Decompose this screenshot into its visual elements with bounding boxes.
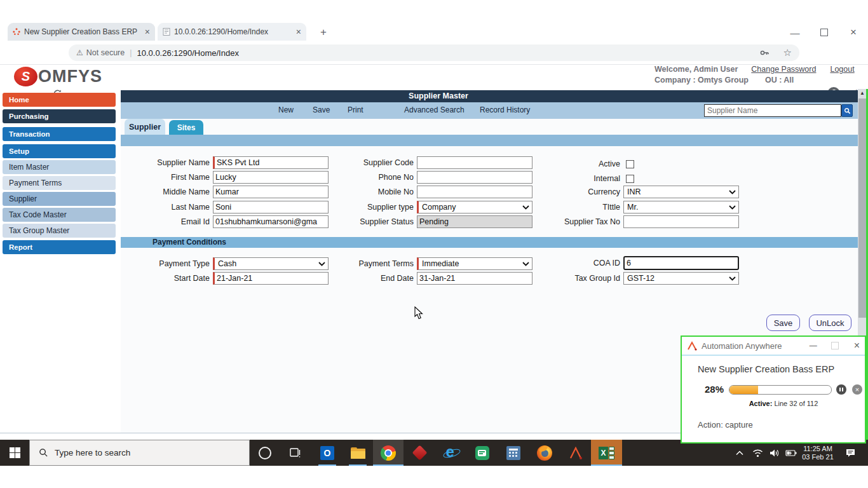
task-view-button[interactable] (280, 440, 311, 466)
scrollbar-thumb[interactable] (858, 98, 866, 318)
internal-checkbox[interactable] (626, 175, 634, 183)
task-view-icon (290, 448, 301, 458)
browser-tab-1[interactable]: New Supplier Creation Bass ERP × (8, 23, 155, 41)
tab2-title: 10.0.0.26:1290/Home/Index (174, 27, 292, 36)
sidebar-item-tax-code-master[interactable]: Tax Code Master (3, 208, 116, 222)
payment-type-select[interactable]: Cash (213, 257, 329, 270)
taskbar-internet-explorer[interactable]: e (435, 440, 466, 466)
new-tab-button[interactable]: + (316, 25, 330, 39)
field-label: Supplier Tax No (477, 215, 623, 228)
cortana-button[interactable] (250, 440, 280, 466)
tray-show-hidden-icons[interactable] (731, 440, 749, 466)
automation-anywhere-a-icon (569, 447, 583, 459)
sidebar-item-setup[interactable]: Setup (3, 144, 116, 158)
field-label: Start Date (121, 272, 213, 285)
tab1-close-icon[interactable]: × (145, 27, 150, 37)
window-minimize-button[interactable]: — (785, 25, 804, 39)
unlock-button[interactable]: UnLock (809, 315, 851, 331)
toolbar-advanced-search[interactable]: Advanced Search (404, 105, 465, 114)
popup-close-button[interactable]: × (854, 340, 860, 351)
start-button[interactable] (0, 440, 29, 466)
toolbar-record-history[interactable]: Record History (480, 105, 530, 114)
stop-button[interactable]: × (852, 384, 862, 395)
chevron-up-icon (736, 451, 743, 456)
change-password-link[interactable]: Change Password (751, 65, 816, 74)
bookmark-star-icon[interactable]: ☆ (783, 47, 792, 58)
sidebar-item-tax-group-master[interactable]: Tax Group Master (3, 224, 116, 238)
tab2-close-icon[interactable]: × (296, 27, 301, 37)
popup-title: Automation Anywhere (702, 341, 810, 351)
first-name-input[interactable] (213, 171, 329, 184)
search-button[interactable] (841, 104, 853, 117)
taskbar-excel-active[interactable]: X (591, 440, 622, 466)
email-id-input[interactable] (213, 215, 329, 228)
tray-clock[interactable]: 11:25 AM 03 Feb 21 (799, 440, 836, 466)
tax-group-id-select[interactable]: GST-12 (623, 272, 739, 285)
speaker-icon (770, 449, 780, 458)
tab-sites[interactable]: Sites (169, 120, 203, 135)
currency-select[interactable]: INR (623, 186, 739, 198)
taskbar-calculator[interactable] (498, 440, 529, 466)
coa-id-input-focused[interactable] (623, 256, 739, 270)
supplier-name-input[interactable] (213, 156, 329, 169)
taskbar-chrome-active[interactable] (373, 440, 403, 466)
tray-battery[interactable] (783, 440, 799, 466)
taskbar-chat-app[interactable] (466, 440, 498, 466)
pause-button[interactable] (836, 384, 846, 395)
title-select[interactable]: Mr. (623, 201, 739, 214)
cortana-circle-icon (259, 447, 271, 459)
security-label[interactable]: Not secure (86, 48, 125, 57)
sidebar-item-payment-terms[interactable]: Payment Terms (3, 176, 116, 190)
toolbar-print[interactable]: Print (348, 105, 363, 114)
screen: New Supplier Creation Bass ERP × 10.0.0.… (0, 0, 868, 488)
window-close-button[interactable]: × (844, 25, 863, 39)
taskbar-search-box[interactable]: Type here to search (29, 440, 250, 466)
scrollbar-up-icon[interactable]: ▲ (858, 89, 867, 98)
tray-time: 11:25 AM (803, 445, 832, 453)
welcome-text: Welcome, Admin User (654, 65, 738, 74)
sidebar-item-transaction[interactable]: Transaction (3, 127, 116, 141)
start-date-input[interactable] (213, 272, 329, 285)
supplier-tax-no-input[interactable] (623, 215, 739, 228)
taskbar-search-icon (39, 448, 48, 458)
last-name-input[interactable] (213, 201, 329, 214)
browser-bottom-border (0, 433, 682, 433)
sidebar-item-purchasing[interactable]: Purchasing (3, 109, 116, 123)
taskbar-firefox[interactable] (529, 440, 560, 466)
toolbar-new[interactable]: New (278, 105, 294, 114)
omnibox-divider: | (130, 48, 132, 57)
sidebar-item-item-master[interactable]: Item Master (3, 160, 116, 174)
tray-wifi[interactable] (749, 440, 766, 466)
save-button[interactable]: Save (766, 315, 800, 331)
url-text[interactable]: 10.0.0.26:1290/Home/Index (137, 48, 238, 58)
window-restore-button[interactable] (815, 25, 834, 39)
password-key-icon[interactable] (759, 48, 770, 58)
taskbar-automation-anywhere[interactable] (560, 440, 591, 466)
logout-link[interactable]: Logout (830, 65, 854, 74)
taskbar-search-placeholder: Type here to search (55, 448, 130, 458)
sidebar-item-supplier[interactable]: Supplier (3, 192, 116, 206)
sidebar-item-report[interactable]: Report (3, 240, 116, 254)
popup-progress-row: 28% × (682, 384, 867, 395)
middle-name-input[interactable] (213, 186, 329, 198)
field-label: Supplier type (330, 201, 417, 214)
active-checkbox[interactable] (626, 160, 634, 168)
sidebar-item-home[interactable]: Home (3, 93, 116, 107)
tray-volume[interactable] (766, 440, 783, 466)
field-label: Supplier Name (121, 156, 213, 169)
field-label: TIttle (477, 201, 623, 214)
popup-titlebar[interactable]: Automation Anywhere — × (682, 337, 865, 356)
supplier-search-input[interactable] (704, 104, 841, 117)
tab-supplier[interactable]: Supplier (125, 119, 165, 135)
outlook-icon: O (320, 446, 334, 460)
tab1-dots-favicon-icon (13, 28, 20, 36)
taskbar-outlook[interactable]: O (312, 440, 342, 466)
browser-tab-2-active[interactable]: 10.0.0.26:1290/Home/Index × (158, 23, 306, 41)
taskbar-file-explorer[interactable] (342, 440, 373, 466)
action-center-button[interactable] (840, 440, 862, 466)
omnibox[interactable]: ⚠ Not secure | 10.0.0.26:1290/Home/Index… (69, 44, 799, 61)
popup-minimize-button[interactable]: — (810, 341, 817, 350)
toolbar-save[interactable]: Save (313, 105, 330, 114)
popup-maximize-button[interactable] (831, 342, 839, 349)
taskbar-red-diamond-app[interactable] (404, 440, 435, 466)
